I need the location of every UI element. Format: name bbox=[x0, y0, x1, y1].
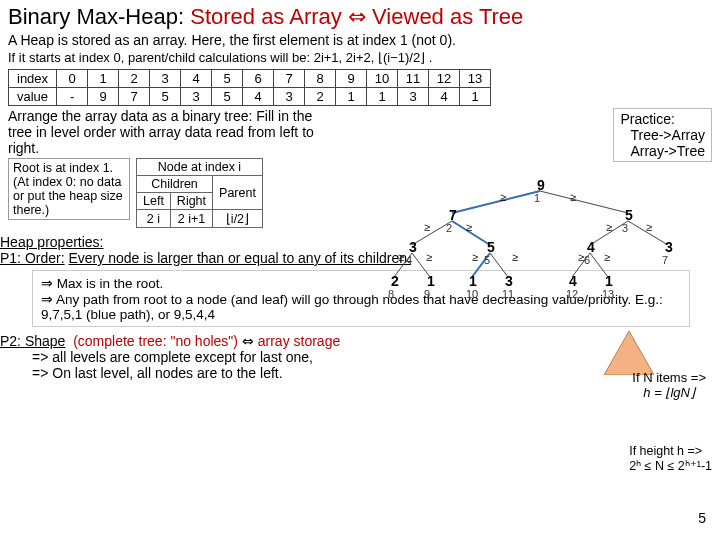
ge-label: ≥ bbox=[604, 251, 610, 263]
svg-line-12 bbox=[452, 191, 540, 213]
child-index-table: Node at index i ChildrenParent LeftRight… bbox=[136, 158, 263, 228]
tree-node: 3 bbox=[660, 239, 678, 255]
title-arrow: ⇔ bbox=[348, 4, 366, 29]
ge-label: ≥ bbox=[426, 251, 432, 263]
tree-node-index: 6 bbox=[584, 254, 590, 266]
tree-node-index: 9 bbox=[424, 288, 430, 300]
tree-node-index: 8 bbox=[388, 288, 394, 300]
tree-node-index: 5 bbox=[484, 254, 490, 266]
row-label: index bbox=[9, 70, 57, 88]
tree-node-index: 13 bbox=[602, 288, 614, 300]
subtitle-2: If it starts at index 0, parent/child ca… bbox=[8, 50, 712, 65]
subtitle-1: A Heap is stored as an array. Here, the … bbox=[8, 32, 712, 48]
items-formula-box: If N items => h = ⌊lgN⌋ bbox=[632, 370, 706, 400]
p2-sub-b: => On last level, all nodes are to the l… bbox=[0, 365, 704, 381]
slide-title: Binary Max-Heap: Stored as Array ⇔ Viewe… bbox=[8, 4, 712, 30]
shape-arrow-icon bbox=[604, 331, 654, 375]
tree-node: 4 bbox=[564, 273, 582, 289]
tree-node: 3 bbox=[500, 273, 518, 289]
root-note: Root is at index 1. (At index 0: no data… bbox=[8, 158, 130, 220]
tree-node: 1 bbox=[422, 273, 440, 289]
tree-node-index: 2 bbox=[446, 222, 452, 234]
ge-label: ≥ bbox=[570, 191, 576, 203]
practice-a: Tree->Array bbox=[620, 127, 705, 143]
p2-line: P2: Shape (complete tree: "no holes") ⇔ … bbox=[0, 333, 704, 349]
array-table: index 012345678910111213 value -97535432… bbox=[8, 69, 491, 106]
ge-label: ≥ bbox=[424, 221, 430, 233]
practice-b: Array->Tree bbox=[620, 143, 705, 159]
tree-node-index: 1 bbox=[534, 192, 540, 204]
tree-node: 4 bbox=[582, 239, 600, 255]
tree-node: 7 bbox=[444, 207, 462, 223]
table-row: index 012345678910111213 bbox=[9, 70, 491, 88]
tree-diagram: 917253345546372819110311412113≥≥≥≥≥≥≥≥≥≥… bbox=[372, 177, 712, 307]
practice-head: Practice: bbox=[620, 111, 705, 127]
tree-node-index: 11 bbox=[502, 288, 514, 300]
tree-node: 3 bbox=[404, 239, 422, 255]
page-number: 5 bbox=[698, 510, 706, 526]
table-row: value -9753543211341 bbox=[9, 88, 491, 106]
title-part-b: Stored as Array bbox=[190, 4, 342, 29]
practice-box: Practice: Tree->Array Array->Tree bbox=[613, 108, 712, 162]
ge-label: ≥ bbox=[606, 221, 612, 233]
tree-node: 1 bbox=[600, 273, 618, 289]
ge-label: ≥ bbox=[512, 251, 518, 263]
ge-label: ≥ bbox=[646, 221, 652, 233]
tree-node: 1 bbox=[464, 273, 482, 289]
ge-label: ≥ bbox=[466, 221, 472, 233]
tree-node-index: 3 bbox=[622, 222, 628, 234]
svg-marker-15 bbox=[604, 331, 654, 375]
height-formula-box: If height h => 2ʰ ≤ N ≤ 2ʰ⁺¹-1 bbox=[629, 444, 712, 473]
tree-node-index: 4 bbox=[406, 254, 412, 266]
tree-node: 5 bbox=[620, 207, 638, 223]
ge-label: ≥ bbox=[398, 251, 404, 263]
row-label: value bbox=[9, 88, 57, 106]
svg-line-1 bbox=[540, 191, 628, 213]
ge-label: ≥ bbox=[500, 191, 506, 203]
tree-node: 2 bbox=[386, 273, 404, 289]
title-part-a: Binary Max-Heap: bbox=[8, 4, 184, 29]
tree-node-index: 10 bbox=[466, 288, 478, 300]
tree-node-index: 7 bbox=[662, 254, 668, 266]
title-part-c: Viewed as Tree bbox=[372, 4, 523, 29]
tree-node: 5 bbox=[482, 239, 500, 255]
ge-label: ≥ bbox=[578, 251, 584, 263]
arrange-text: Arrange the array data as a binary tree:… bbox=[8, 108, 328, 156]
tree-node: 9 bbox=[532, 177, 550, 193]
ge-label: ≥ bbox=[472, 251, 478, 263]
p2-sub-a: => all levels are complete except for la… bbox=[0, 349, 704, 365]
tree-node-index: 12 bbox=[566, 288, 578, 300]
